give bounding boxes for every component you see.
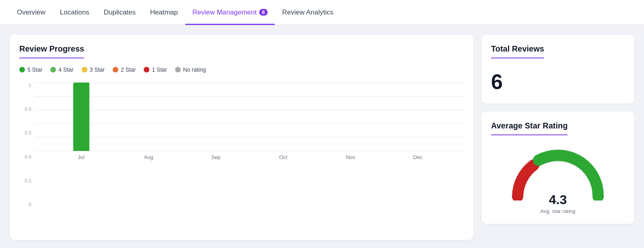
nav-item-overview[interactable]: Overview [10,0,53,25]
main-content: Review Progress 5 Star 4 Star 3 Star 2 S… [0,25,644,248]
y-label-04: 0.4 [25,154,31,160]
total-reviews-card: Total Reviews 6 [481,35,634,103]
total-reviews-title: Total Reviews [491,44,544,58]
y-label-1: 1 [29,83,31,88]
legend-label-3star: 3 Star [90,66,105,73]
legend-dot-3star [82,67,87,72]
grid-lines [35,83,464,151]
nav-bar: Overview Locations Duplicates Heatmap Re… [0,0,644,25]
nav-item-duplicates[interactable]: Duplicates [97,0,143,25]
nav-label-overview: Overview [17,8,45,17]
x-label-nov: Nov [317,151,384,219]
bar-group-oct [250,83,317,151]
chart-area: 1 0.8 0.6 0.4 0.2 0 [19,83,464,219]
y-label-0: 0 [29,202,31,207]
legend-label-5star: 5 Star [27,66,42,73]
nav-label-locations: Locations [60,8,89,17]
nav-label-heatmap: Heatmap [150,8,178,17]
total-reviews-value: 6 [491,70,625,94]
bars-container [35,83,464,151]
gauge-container: 4.3 Avg. star rating [491,148,625,214]
x-labels: Jul Aug Sep Oct Nov Dec [35,151,464,219]
legend-norating: No rating [175,66,206,73]
legend-label-2star: 2 Star [121,66,136,73]
x-label-oct: Oct [250,151,317,219]
y-axis: 1 0.8 0.6 0.4 0.2 0 [19,83,35,219]
nav-item-review-analytics[interactable]: Review Analytics [275,0,341,25]
x-label-aug: Aug [115,151,182,219]
legend-label-1star: 1 Star [152,66,167,73]
bar-group-nov [317,83,384,151]
bar-group-dec [384,83,452,151]
gauge-label: Avg. star rating [540,208,575,214]
gauge-value: 4.3 [540,192,575,207]
review-progress-title: Review Progress [19,44,84,58]
legend: 5 Star 4 Star 3 Star 2 Star 1 Star No ra… [19,66,464,73]
avg-star-rating-card: Average Star Rating 4.3 Avg. star rating [481,112,634,224]
bar-group-jul [47,83,115,151]
chart-inner: 1 0.8 0.6 0.4 0.2 0 [19,83,464,219]
nav-item-heatmap[interactable]: Heatmap [143,0,185,25]
bar-group-aug [115,83,182,151]
legend-dot-2star [113,67,118,72]
gauge-text-group: 4.3 Avg. star rating [540,192,575,214]
legend-1star: 1 Star [144,66,167,73]
legend-dot-norating [175,67,181,72]
nav-item-review-management[interactable]: Review Management 6 [185,0,275,25]
x-label-dec: Dec [384,151,452,219]
y-label-06: 0.6 [25,130,31,136]
legend-dot-5star [19,67,25,72]
x-label-jul: Jul [47,151,115,219]
nav-label-duplicates: Duplicates [104,8,136,17]
y-label-02: 0.2 [25,178,31,184]
nav-label-review-analytics: Review Analytics [282,8,334,17]
review-progress-card: Review Progress 5 Star 4 Star 3 Star 2 S… [10,35,473,240]
legend-4star: 4 Star [50,66,73,73]
bar-jul [73,83,89,151]
legend-5star: 5 Star [19,66,42,73]
nav-badge-review-management: 6 [259,9,268,16]
legend-dot-1star [144,67,149,72]
legend-3star: 3 Star [82,66,105,73]
legend-label-norating: No rating [183,66,206,73]
x-label-sep: Sep [182,151,250,219]
legend-label-4star: 4 Star [58,66,73,73]
bar-group-sep [182,83,250,151]
y-label-08: 0.8 [25,106,31,112]
nav-item-locations[interactable]: Locations [53,0,97,25]
chart-body: Jul Aug Sep Oct Nov Dec [35,83,464,219]
legend-2star: 2 Star [113,66,136,73]
nav-label-review-management: Review Management [192,8,257,17]
legend-dot-4star [50,67,56,72]
right-column: Total Reviews 6 Average Star Rating 4.3 … [481,35,634,240]
avg-star-rating-title: Average Star Rating [491,121,568,135]
